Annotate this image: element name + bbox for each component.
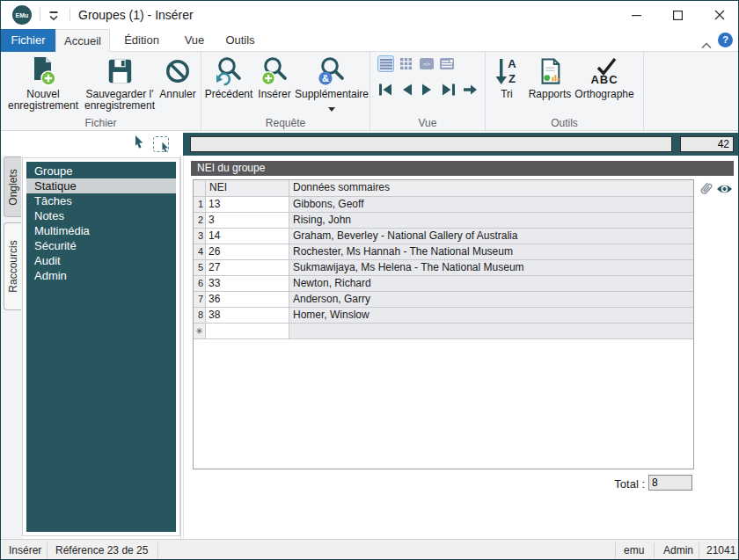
quick-access-dropdown-icon[interactable] [45,8,62,23]
code-view-icon[interactable]: </> [418,55,435,72]
new-row[interactable]: ✳ [194,324,693,339]
sort-icon: A Z [494,54,520,89]
table-row[interactable]: 6 33 Newton, Richard [194,276,693,292]
ribbon: Nouvel enregistrement Sauvegarder l' enr… [1,52,738,131]
tab-outils[interactable]: Outils [216,29,265,52]
status-mode: Insérer [9,544,41,556]
side-tab-raccourcis[interactable]: Raccourcis [4,222,21,310]
main-panel: NEI du groupe NEI Données sommaires 1 13… [183,156,739,539]
previous-record-icon[interactable] [397,81,415,98]
attachment-icon[interactable] [699,180,713,200]
insert-query-icon [260,54,289,89]
cancel-button[interactable]: Annuler [157,54,198,100]
close-button[interactable] [699,1,739,29]
sidebar-item-admin[interactable]: Admin [26,268,176,283]
row-number: 1 [194,197,206,213]
additional-query-icon: & [317,54,347,89]
svg-text:A: A [508,57,516,70]
select-arrow-icon[interactable] [133,135,145,153]
splitter[interactable] [180,156,181,539]
grid-view-icon[interactable] [398,55,414,72]
divider [47,542,48,558]
insert-query-button[interactable]: Insérer [254,54,295,100]
row-number: 5 [194,260,206,276]
last-record-icon[interactable] [439,81,457,98]
query-input[interactable] [190,136,672,152]
cell-nei[interactable]: 14 [206,229,289,244]
new-record-icon [28,54,58,89]
list-view-icon[interactable] [377,55,394,72]
record-count-field[interactable] [680,136,734,152]
cell-nei[interactable]: 38 [206,308,289,324]
form-view-icon[interactable] [438,55,455,72]
sidebar-item-notes[interactable]: Notes [26,208,176,223]
cell-nei[interactable]: 3 [206,213,289,229]
view-attachments-eye-icon[interactable] [716,183,733,199]
tab-vue[interactable]: Vue [173,29,216,52]
sidebar-item-multimedia[interactable]: Multimédia [26,223,176,238]
cell-nei[interactable]: 13 [206,197,289,213]
status-user: Admin [663,544,693,556]
ribbon-group-vue: </> [370,52,486,130]
cell-nei[interactable]: 27 [206,260,289,276]
spelling-button[interactable]: ABC Orthographe [570,54,639,100]
help-button[interactable]: ? [718,33,733,47]
sidebar-item-taches[interactable]: Tâches [26,193,176,208]
ribbon-tab-bar: Fichier Accueil Édition Vue Outils ? [1,29,738,52]
collapse-ribbon-icon[interactable] [701,37,713,46]
total-field[interactable] [648,475,692,491]
maximize-button[interactable] [657,1,699,29]
column-header-nei[interactable]: NEI [206,180,289,197]
reports-button[interactable]: Rapports [526,54,574,100]
table-row[interactable]: 8 38 Homer, Winslow [194,308,693,324]
sidebar-item-groupe[interactable]: Groupe [26,164,176,178]
minimize-button[interactable] [616,1,657,29]
table-row[interactable]: 7 36 Anderson, Garry [194,292,693,308]
row-number: 2 [194,213,206,229]
group-label-outils: Outils [486,117,643,129]
app-logo-icon[interactable]: EMu [12,5,32,25]
previous-query-icon [214,54,244,89]
new-record-button[interactable]: Nouvel enregistrement [4,54,82,112]
tab-accueil[interactable]: Accueil [55,29,110,52]
members-grid[interactable]: NEI Données sommaires 1 13 Gibbons, Geof… [193,179,694,469]
column-header-num[interactable] [194,180,206,197]
table-row[interactable]: 4 26 Rochester, Ms Hannah - The National… [194,244,693,260]
divider [615,542,616,558]
cell-nei[interactable]: 36 [206,292,289,308]
sidebar-item-statique[interactable]: Statique [26,178,176,193]
dropdown-caret-icon [328,102,335,114]
tab-fichier[interactable]: Fichier [1,29,55,52]
divider [654,542,655,558]
cell-summary: Gibbons, Geoff [289,197,693,213]
svg-text:</>: </> [422,62,430,67]
table-row[interactable]: 2 3 Rising, John [194,213,693,229]
cell-nei[interactable] [206,324,289,339]
table-row[interactable]: 3 14 Graham, Beverley - National Gallery… [194,229,693,244]
marquee-select-icon[interactable] [153,136,169,152]
sidebar-item-securite[interactable]: Sécurité [26,238,176,253]
goto-record-icon[interactable] [460,81,479,98]
cell-summary: Newton, Richard [289,276,693,292]
cell-summary: Sukmawijaya, Ms Helena - The National Mu… [289,260,693,276]
first-record-icon[interactable] [376,81,394,98]
cell-nei[interactable]: 33 [206,276,289,292]
table-row[interactable]: 5 27 Sukmawijaya, Ms Helena - The Nation… [194,260,693,276]
side-tab-onglets[interactable]: Onglets [4,156,21,217]
cell-summary: Anderson, Garry [289,292,693,308]
sort-button[interactable]: A Z Tri [487,54,526,100]
next-record-icon[interactable] [418,81,436,98]
table-row[interactable]: 1 13 Gibbons, Geoff [194,197,693,213]
sidebar-item-audit[interactable]: Audit [26,253,176,268]
cell-nei[interactable]: 26 [206,244,289,260]
additional-query-button[interactable]: & Supplémentaire [295,54,369,114]
grid-header-row: NEI Données sommaires [194,180,693,197]
ribbon-group-requete: Précédent Insérer [201,52,370,130]
divider [40,8,40,21]
column-header-summary[interactable]: Données sommaires [289,180,693,197]
cancel-icon [164,54,192,89]
previous-query-button[interactable]: Précédent [203,54,254,100]
tab-edition[interactable]: Édition [110,29,173,52]
save-record-button[interactable]: Sauvegarder l' enregistrement [84,54,156,112]
spelling-icon: ABC [585,54,624,89]
